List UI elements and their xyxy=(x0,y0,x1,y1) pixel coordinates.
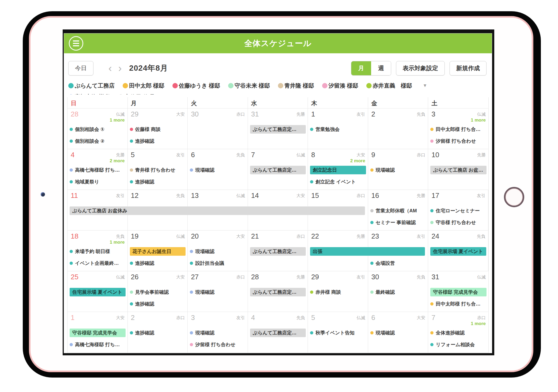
calendar-day-cell[interactable]: 28仏滅1 more個別相談会 ①個別相談会 ② xyxy=(67,108,128,149)
calendar-event[interactable]: 個別相談会 ② xyxy=(70,137,126,145)
calendar-day-cell[interactable]: 17友引住宅ローンセミナー守谷様 打ち合わせ xyxy=(428,190,488,230)
calendar-event[interactable]: 住宅ローンセミナー xyxy=(430,206,486,215)
calendar-event-bar[interactable]: 守谷様邸 完成見学会 xyxy=(70,329,126,337)
calendar-day-cell[interactable]: 4先負ぷらんて工務店定… xyxy=(248,312,308,353)
calendar-event[interactable]: 最終確認 xyxy=(370,288,426,296)
prev-month-icon[interactable]: ‹ xyxy=(105,63,115,73)
calendar-event[interactable]: 佐藤様 商談 xyxy=(130,125,186,134)
calendar-event[interactable]: 全体進捗確認 xyxy=(430,329,487,337)
calendar-event[interactable]: 進捗確認 xyxy=(130,329,186,337)
calendar-day-cell[interactable]: 31仏滅守谷様邸 完成見学会田中太郎様 打ち合… xyxy=(428,271,488,312)
calendar-event[interactable]: 設計担当会議 xyxy=(190,259,246,267)
more-events-link[interactable]: 2 more xyxy=(110,158,125,164)
calendar-day-cell[interactable]: 2赤口進捗確認 xyxy=(128,312,188,353)
calendar-event-bar[interactable]: 住宅展示場 夏イベント xyxy=(430,247,486,256)
calendar-event[interactable]: リフォーム相談会 xyxy=(430,340,487,349)
calendar-event-bar[interactable]: ぷらんて工務店定… xyxy=(250,247,306,256)
calendar-day-cell[interactable]: 25仏滅住宅展示場 夏イベント xyxy=(67,271,128,312)
calendar-event[interactable]: 見学会事前確認 xyxy=(130,288,186,296)
calendar-day-cell[interactable]: 6大安現場確認 xyxy=(368,312,428,353)
calendar-day-cell[interactable]: 7赤口1 more全体進捗確認リフォーム相談会 xyxy=(428,312,488,353)
calendar-event-bar[interactable]: 花子さんお誕生日 xyxy=(130,247,186,256)
calendar-event-bar[interactable]: 守谷様邸 完成見学会 xyxy=(430,288,487,296)
calendar-day-cell[interactable]: 31先勝ぷらんて工務店定… xyxy=(248,108,308,149)
calendar-day-cell[interactable]: 29友引赤井様 商談 xyxy=(308,271,368,312)
calendar-event[interactable]: 現場確認 xyxy=(190,166,246,174)
calendar-event[interactable]: 進捗確認 xyxy=(130,259,186,267)
calendar-event[interactable]: セミナー 事前確認 xyxy=(370,218,426,227)
calendar-day-cell[interactable]: 19仏滅花子さんお誕生日進捗確認 xyxy=(128,231,188,271)
calendar-day-cell[interactable]: 1友引営業勉強会 xyxy=(308,108,368,149)
calendar-day-cell[interactable]: 7仏滅ぷらんて工務店定… xyxy=(248,149,308,190)
view-month-button[interactable]: 月 xyxy=(351,61,371,75)
legend-collapse-icon[interactable]: ▼ xyxy=(423,83,427,88)
calendar-event[interactable]: 田中太郎様 打ち合… xyxy=(430,300,487,308)
display-settings-button[interactable]: 表示対象設定 xyxy=(396,61,445,76)
calendar-event[interactable]: 守谷様 打ち合わせ xyxy=(430,218,486,227)
calendar-day-cell[interactable]: 28先勝ぷらんて工務店定… xyxy=(248,271,308,312)
calendar-day-cell[interactable]: 3仏滅1 more田中太郎様 打ち合…汐留様 打ち合わせ xyxy=(428,108,488,149)
calendar-multiday-event-bar[interactable]: ぷらんて工務店 お盆休み xyxy=(70,206,365,215)
calendar-event[interactable]: 赤井様 商談 xyxy=(310,288,366,296)
calendar-event[interactable]: 創立記念 イベント xyxy=(310,178,366,186)
view-week-button[interactable]: 週 xyxy=(371,61,391,75)
calendar-day-cell[interactable]: 30先負最終確認 xyxy=(368,271,428,312)
calendar-day-cell[interactable]: 18先負1 more来場予約 朝日様イベント企画最終… xyxy=(67,231,128,271)
calendar-day-cell[interactable]: 20大安現場確認設計担当会議 xyxy=(188,231,248,271)
calendar-multiday-event-bar[interactable]: 出張 xyxy=(310,247,425,256)
calendar-event-bar[interactable]: ぷらんて工務店定… xyxy=(250,288,306,296)
calendar-event[interactable]: 進捗確認 xyxy=(130,137,186,145)
next-month-icon[interactable]: › xyxy=(115,63,125,73)
calendar-event[interactable]: 汐留様 打ち合わせ xyxy=(190,340,246,349)
calendar-day-cell[interactable]: 2先負 xyxy=(368,108,428,149)
calendar-event[interactable]: 営業太郎休暇（AM xyxy=(370,206,426,215)
calendar-event[interactable]: イベント企画最終… xyxy=(70,259,126,267)
calendar-event[interactable]: 進捗確認 xyxy=(130,178,186,186)
calendar-day-cell[interactable]: 3友引現場確認汐留様 打ち合わせ xyxy=(188,312,248,353)
calendar-day-cell[interactable]: 4先勝2 more高橋七海様邸 打ち…地域夏祭り xyxy=(67,149,128,190)
calendar-day-cell[interactable]: 29大安佐藤様 商談進捗確認 xyxy=(128,108,188,149)
calendar-day-cell[interactable]: 21赤口ぷらんて工務店定… xyxy=(248,231,308,271)
calendar-event[interactable]: 個別相談会 ① xyxy=(70,125,126,134)
calendar-day-cell[interactable]: 5友引青井様 打ち合わせ進捗確認 xyxy=(128,149,188,190)
calendar-event-bar[interactable]: 創立記念日 xyxy=(310,166,366,174)
calendar-event[interactable]: 秋季イベント告知 xyxy=(310,329,366,337)
create-new-button[interactable]: 新規作成 xyxy=(450,61,487,76)
calendar-day-cell[interactable]: 24先負住宅展示場 夏イベント xyxy=(428,231,488,271)
calendar-event-bar[interactable]: ぷらんて工務店定… xyxy=(250,166,306,174)
today-button[interactable]: 今日 xyxy=(68,61,93,76)
calendar-event[interactable]: 高橋七海様邸 打ち… xyxy=(70,166,126,174)
calendar-event-bar[interactable]: 住宅展示場 夏イベント xyxy=(70,288,126,296)
more-events-link[interactable]: 2 more xyxy=(350,158,365,164)
calendar-event-bar[interactable]: ぷらんて工務店 お盆… xyxy=(430,166,487,174)
more-events-link[interactable]: 1 more xyxy=(471,321,486,326)
calendar-event[interactable]: 現場確認 xyxy=(370,329,426,337)
calendar-event-bar[interactable]: ぷらんて工務店定… xyxy=(250,125,306,134)
calendar-day-cell[interactable]: 26大安見学会事前確認進捗確認 xyxy=(128,271,188,312)
calendar-day-cell[interactable]: 27赤口現場確認 xyxy=(188,271,248,312)
calendar-day-cell[interactable]: 30赤口 xyxy=(188,108,248,149)
calendar-event[interactable]: 会場設営 xyxy=(370,259,426,267)
calendar-day-cell[interactable]: 6先負現場確認 xyxy=(188,149,248,190)
calendar-event[interactable]: 営業勉強会 xyxy=(310,125,366,134)
more-events-link[interactable]: 1 more xyxy=(471,118,486,123)
calendar-day-cell[interactable]: 10先勝ぷらんて工務店 お盆… xyxy=(428,149,488,190)
calendar-event-bar[interactable]: ぷらんて工務店定… xyxy=(250,329,306,337)
home-button[interactable] xyxy=(504,187,524,207)
calendar-event[interactable]: 現場確認 xyxy=(370,166,426,174)
calendar-event[interactable]: 現場確認 xyxy=(190,288,246,296)
calendar-event[interactable]: 田中太郎様 打ち合… xyxy=(430,125,487,134)
calendar-event[interactable]: 高橋七海様邸 打ち… xyxy=(70,340,126,349)
calendar-day-cell[interactable]: 9赤口現場確認 xyxy=(368,149,428,190)
calendar-day-cell[interactable]: 8大安2 more創立記念日創立記念 イベント xyxy=(308,149,368,190)
calendar-event[interactable]: 青井様 打ち合わせ xyxy=(130,166,186,174)
calendar-event[interactable]: 現場確認 xyxy=(190,329,246,337)
calendar-day-cell[interactable]: 5仏滅秋季イベント告知 xyxy=(308,312,368,353)
calendar-day-cell[interactable]: 16先勝営業太郎休暇（AMセミナー 事前確認 xyxy=(368,190,428,230)
calendar-event[interactable]: 汐留様 打ち合わせ xyxy=(430,137,487,145)
calendar-event[interactable]: 進捗確認 xyxy=(130,300,186,308)
calendar-day-cell[interactable]: 1大安守谷様邸 完成見学会高橋七海様邸 打ち… xyxy=(67,312,128,353)
calendar-event[interactable]: 来場予約 朝日様 xyxy=(70,247,126,256)
calendar-event[interactable]: 現場確認 xyxy=(190,247,246,256)
more-events-link[interactable]: 1 more xyxy=(110,118,125,123)
